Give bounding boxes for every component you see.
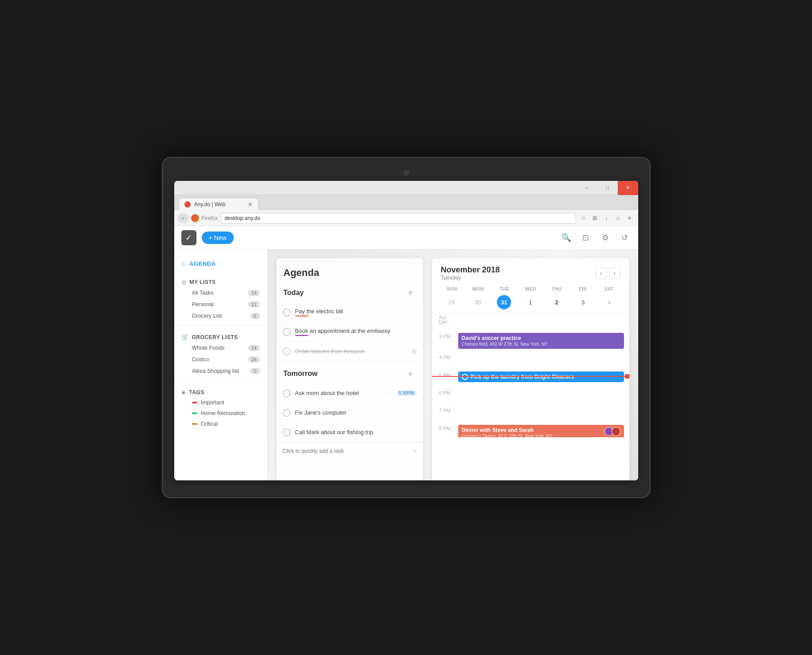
sidebar-section-tags: ◈ TAGS Important Home Renovation Critica… (174, 384, 267, 429)
all-day-content (454, 313, 629, 331)
agenda-label: AGENDA (189, 260, 216, 267)
task-checkbox-tissues[interactable]: ✓ (283, 347, 291, 355)
search-icon[interactable]: 🔍 (560, 232, 572, 244)
cal-prev-button[interactable]: ‹ (596, 268, 607, 279)
screenshot-icon[interactable]: ⊞ (590, 213, 600, 223)
my-lists-header: ◎ MY LISTS (174, 274, 267, 287)
sidebar-item-grocery-list[interactable]: Grocery List 6 (174, 310, 267, 322)
new-button[interactable]: + New (202, 232, 234, 244)
share-icon[interactable]: ⊡ (580, 232, 592, 244)
event-laundry-title: Pick up the laundry from Bright Cleaners (471, 374, 574, 380)
tag-home-renovation[interactable]: Home Renovation (174, 408, 267, 419)
tag-critical[interactable]: Critical (174, 419, 267, 429)
task-checkbox-mom[interactable] (283, 389, 291, 397)
firefox-logo (191, 214, 199, 222)
sidebar: ⌂ AGENDA ◎ MY LISTS All Tasks 14 Persona… (174, 249, 268, 480)
event-soccer[interactable]: David's soccer practice Chelsea field, 4… (458, 333, 624, 349)
time-slot-4pm: 4 PM (432, 352, 629, 370)
cal-date-29[interactable]: 29 (444, 295, 459, 309)
browser-tab[interactable]: Any.do | Web ✕ (179, 198, 259, 210)
bookmark-icon[interactable]: ☆ (579, 213, 588, 223)
sidebar-item-costco[interactable]: Costco 24 (174, 354, 267, 365)
add-task-icon[interactable]: + (412, 447, 416, 455)
time-content-7pm (454, 405, 629, 423)
tomorrow-add-button[interactable]: + (405, 368, 416, 379)
all-tasks-badge: 14 (248, 290, 260, 296)
event-laundry[interactable]: Pick up the laundry from Bright Cleaners (458, 371, 624, 382)
time-slot-8pm: 8 PM Dinner with Steve and Sarah Gramerc… (432, 423, 629, 437)
task-checkbox-electric[interactable] (283, 308, 291, 316)
cal-date-today[interactable]: 31 (497, 295, 511, 309)
cal-date-30[interactable]: 30 (471, 295, 485, 309)
sidebar-item-agenda[interactable]: ⌂ AGENDA (174, 256, 267, 271)
close-button[interactable]: ✕ (618, 181, 638, 195)
tag-important[interactable]: Important (174, 397, 267, 408)
sidebar-item-personal[interactable]: Personal 11 (174, 299, 267, 310)
tab-title: Any.do | Web (194, 201, 226, 208)
today-add-button[interactable]: + (405, 288, 416, 298)
day-name-thu: THU (544, 284, 570, 293)
cal-date-2[interactable]: 2 (550, 295, 564, 309)
tab-close-icon[interactable]: ✕ (248, 201, 253, 208)
refresh-icon[interactable]: ↺ (619, 232, 631, 244)
sidebar-divider (174, 325, 267, 326)
task-text-mom: Ask mom about the hotel (295, 390, 390, 396)
circle-check-icon: ◎ (181, 279, 186, 285)
maximize-button[interactable]: □ (597, 181, 618, 195)
task-call-mark: Call Mark about our fishing trip (276, 423, 423, 442)
download-icon[interactable]: ↓ (602, 213, 612, 223)
cal-date-1[interactable]: 1 (523, 295, 537, 309)
calendar-schedule: ALL DAY 3 PM David's soccer practice Che… (432, 313, 629, 437)
add-task-input[interactable] (283, 448, 408, 454)
back-button[interactable]: ‹ (178, 213, 188, 224)
cal-date-4[interactable]: 4 (602, 295, 616, 309)
task-fix-computer: Fix Jane's computer (276, 403, 423, 423)
minimize-button[interactable]: − (577, 181, 597, 195)
grocery-lists-label: Grocery Lists (192, 334, 238, 340)
whole-foods-badge: 14 (248, 345, 260, 351)
menu-icon[interactable]: ≡ (625, 213, 635, 223)
time-slot-7pm: 7 PM (432, 405, 629, 423)
device-frame: − □ ✕ Any.do | Web ✕ ‹ Firefox ☆ ⊞ ↓ ⌂ (162, 157, 651, 498)
address-input[interactable] (220, 213, 576, 224)
content-area: Agenda Today + Pay the electric bill (268, 249, 638, 480)
all-day-slot: ALL DAY (432, 313, 629, 331)
tomorrow-label: Tomorrow (284, 370, 318, 378)
task-text-electric: Pay the electric bill (295, 308, 417, 315)
sidebar-item-all-tasks[interactable]: All Tasks 14 (174, 287, 267, 299)
time-content-5pm: Pick up the laundry from Bright Cleaners (454, 370, 629, 387)
personal-label: Personal (192, 301, 248, 308)
sidebar-item-whole-foods[interactable]: Whole Foods 14 (174, 342, 267, 354)
settings-icon[interactable]: ⚙ (599, 232, 612, 244)
sidebar-item-alexa[interactable]: Alexa Shopping list 5 (174, 365, 267, 377)
event-dinner[interactable]: Dinner with Steve and Sarah Gramercy Tav… (458, 425, 624, 437)
time-label-5pm: 5 PM (432, 370, 454, 387)
task-delete-tissues[interactable]: ⊗ (411, 347, 417, 355)
day-name-tue: TUE (491, 284, 517, 293)
time-label-7pm: 7 PM (432, 405, 454, 423)
checkmark-icon: ✓ (185, 233, 192, 243)
calendar-panel: November 2018 Tuesday ‹ › SUN MON TUE (432, 258, 629, 480)
task-order-tissues: ✓ Order tissues from Amazon ⊗ (276, 342, 423, 361)
grocery-list-label: Grocery List (192, 313, 250, 319)
important-tag-label: Important (201, 399, 224, 406)
all-day-label: ALL DAY (432, 313, 454, 331)
task-checkbox-appointment[interactable] (283, 328, 291, 336)
day-name-sat: SAT (596, 284, 622, 293)
all-tasks-label: All Tasks (192, 290, 248, 296)
costco-badge: 24 (248, 356, 260, 363)
cal-date-3[interactable]: 3 (576, 295, 590, 309)
home-icon[interactable]: ⌂ (613, 213, 623, 223)
cal-next-button[interactable]: › (609, 268, 620, 279)
task-checkbox-mark[interactable] (283, 428, 291, 436)
alexa-badge: 5 (250, 368, 260, 374)
task-checkbox-computer[interactable] (283, 409, 291, 417)
basket-icon: 🛒 (181, 334, 188, 340)
time-label-4pm: 4 PM (432, 352, 454, 370)
task-text-appointment: Book an appointment at the embassy (295, 328, 417, 334)
calendar-week: 29 30 31 1 2 3 4 (439, 295, 622, 309)
task-time-tag: 5:30PM (396, 390, 416, 396)
home-renovation-tag-label: Home Renovation (201, 410, 245, 416)
alexa-label: Alexa Shopping list (192, 368, 250, 374)
today-label: Today (284, 289, 304, 297)
